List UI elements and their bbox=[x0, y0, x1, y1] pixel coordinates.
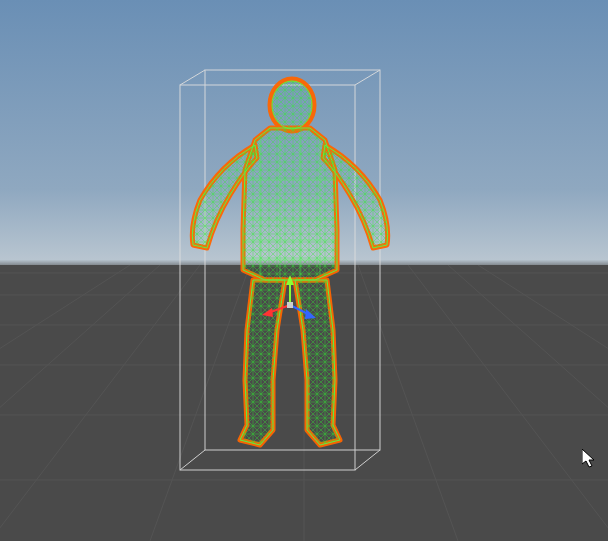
svg-line-7 bbox=[150, 265, 250, 541]
svg-line-8 bbox=[358, 265, 458, 541]
svg-line-9 bbox=[0, 265, 200, 541]
svg-line-11 bbox=[0, 265, 160, 541]
svg-line-10 bbox=[408, 265, 608, 541]
svg-line-17 bbox=[180, 70, 205, 85]
svg-line-14 bbox=[478, 265, 608, 541]
mouse-cursor bbox=[582, 449, 598, 469]
svg-line-12 bbox=[448, 265, 608, 541]
ground-grid bbox=[0, 265, 608, 541]
svg-point-22 bbox=[272, 81, 312, 129]
scene-viewport[interactable] bbox=[0, 0, 608, 541]
svg-line-18 bbox=[355, 70, 380, 85]
svg-line-13 bbox=[0, 265, 130, 541]
svg-point-21 bbox=[270, 79, 314, 131]
